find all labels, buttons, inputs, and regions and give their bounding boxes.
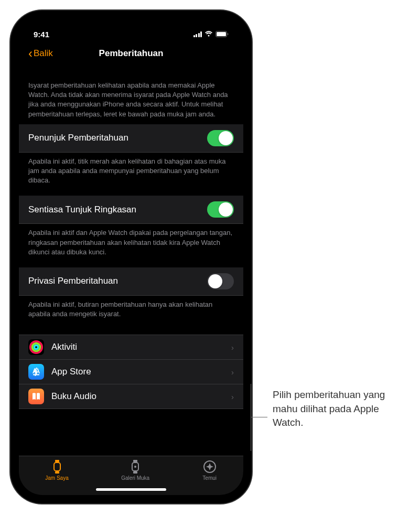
svg-point-4: [34, 346, 38, 349]
back-button[interactable]: ‹ Balik: [28, 46, 53, 61]
tab-label: Galeri Muka: [121, 475, 149, 481]
svg-rect-6: [55, 460, 59, 462]
status-time: 9:41: [34, 30, 49, 39]
face-gallery-icon: [128, 459, 143, 474]
toggle-thumb: [219, 202, 233, 217]
discover-icon: [202, 459, 217, 474]
setting-label: Sentiasa Tunjuk Ringkasan: [28, 205, 136, 215]
app-label: App Store: [51, 367, 224, 377]
app-label: Aktiviti: [51, 342, 224, 352]
svg-rect-5: [54, 463, 60, 471]
svg-rect-10: [133, 471, 137, 474]
toggle-thumb: [208, 274, 222, 288]
phone-frame: 9:41 ‹ Balik Pemberitahuan: [10, 10, 252, 503]
callout: Pilih pemberitahuan yang mahu dilihat pa…: [273, 388, 409, 430]
svg-point-11: [134, 466, 136, 468]
setting-footer: Apabila ini aktif, butiran pemberitahuan…: [19, 296, 243, 329]
chevron-left-icon: ‹: [28, 46, 33, 61]
app-label: Buku Audio: [51, 391, 224, 402]
app-row-audiobooks[interactable]: Buku Audio ›: [19, 384, 243, 409]
appstore-icon: [28, 364, 44, 380]
setting-label: Penunjuk Pemberitahuan: [28, 133, 128, 143]
tab-label: Temui: [202, 475, 217, 481]
svg-rect-1: [217, 32, 226, 36]
audiobooks-icon: [28, 389, 44, 404]
notification-privacy-row: Privasi Pemberitahuan: [19, 267, 243, 296]
always-show-summary-toggle[interactable]: [207, 201, 234, 218]
back-label: Balik: [34, 48, 53, 59]
app-row-appstore[interactable]: App Store ›: [19, 360, 243, 384]
navigation-bar: ‹ Balik Pemberitahuan: [19, 42, 243, 65]
callout-line-horizontal: [251, 417, 267, 417]
chevron-right-icon: ›: [231, 392, 234, 401]
cellular-signal-icon: [193, 31, 202, 37]
chevron-right-icon: ›: [231, 368, 234, 377]
chevron-right-icon: ›: [231, 343, 234, 352]
watch-icon: [50, 459, 64, 474]
setting-label: Privasi Pemberitahuan: [28, 276, 118, 286]
setting-footer: Apabila ini aktif, titik merah akan keli…: [19, 153, 243, 196]
activity-icon: [28, 339, 44, 355]
page-title: Pemberitahuan: [99, 48, 164, 59]
content-scroll[interactable]: Isyarat pemberitahuan kelihatan apabila …: [19, 65, 243, 456]
status-icons: [193, 31, 229, 37]
callout-line: [251, 384, 251, 451]
svg-rect-7: [55, 471, 59, 474]
battery-icon: [216, 31, 229, 37]
home-indicator[interactable]: [96, 488, 166, 491]
notification-indicator-row: Penunjuk Pemberitahuan: [19, 124, 243, 153]
tab-discover[interactable]: Temui: [197, 459, 222, 495]
tab-my-watch[interactable]: Jam Saya: [40, 459, 73, 495]
callout-text: Pilih pemberitahuan yang mahu dilihat pa…: [273, 388, 409, 430]
always-show-summary-row: Sentiasa Tunjuk Ringkasan: [19, 196, 243, 224]
svg-rect-9: [133, 460, 137, 462]
toggle-thumb: [219, 131, 233, 145]
notification-indicator-toggle[interactable]: [207, 130, 234, 146]
phone-screen: 9:41 ‹ Balik Pemberitahuan: [19, 19, 243, 495]
notch: [79, 19, 184, 35]
wifi-icon: [204, 31, 213, 37]
setting-footer: Apabila ini aktif dan Apple Watch dipaka…: [19, 224, 243, 267]
intro-text: Isyarat pemberitahuan kelihatan apabila …: [19, 81, 243, 124]
app-list: Aktiviti › App Store ›: [19, 335, 243, 409]
notification-privacy-toggle[interactable]: [207, 273, 234, 289]
tab-label: Jam Saya: [45, 475, 68, 481]
app-row-activity[interactable]: Aktiviti ›: [19, 335, 243, 360]
